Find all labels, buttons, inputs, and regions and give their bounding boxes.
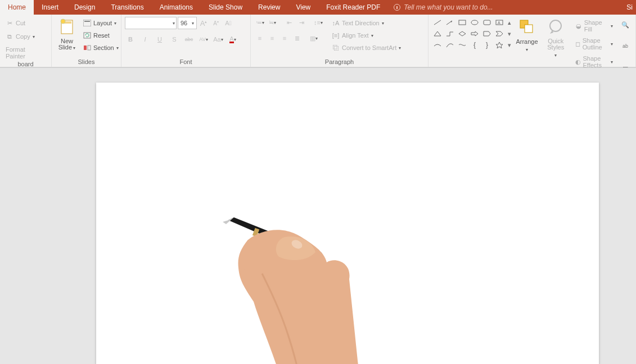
tab-review[interactable]: Review xyxy=(250,0,288,15)
align-right-icon: ≡ xyxy=(283,35,286,42)
columns-icon: ▥ xyxy=(310,35,315,42)
diamond-shape-icon[interactable] xyxy=(457,30,468,38)
textbox-shape-icon[interactable]: A xyxy=(494,19,505,26)
change-case-button[interactable]: Aa▾ xyxy=(213,34,224,45)
text-direction-label: Text Direction xyxy=(342,20,380,26)
tab-foxit[interactable]: Foxit Reader PDF xyxy=(318,0,388,15)
bold-button[interactable]: B xyxy=(125,34,136,45)
gallery-down-icon[interactable]: ▾ xyxy=(506,28,513,39)
tab-transitions[interactable]: Transitions xyxy=(103,0,151,15)
strikethrough-button[interactable]: abc xyxy=(183,34,195,45)
group-clipboard: ✂ Cut ⧉ Copy ▾ Format Painter board xyxy=(0,15,52,67)
oval-shape-icon[interactable] xyxy=(469,19,480,26)
font-family-select[interactable]: ▾ xyxy=(125,17,177,29)
new-slide-label: New Slide ▾ xyxy=(57,38,76,51)
columns-button[interactable]: ▥▾ xyxy=(308,33,319,44)
layout-icon xyxy=(83,19,91,27)
text-shadow-button[interactable]: S xyxy=(169,34,180,45)
grow-font-button[interactable]: A▴ xyxy=(198,17,209,29)
share-button[interactable]: Si xyxy=(623,0,636,15)
tell-me-search[interactable]: Tell me what you want to do... xyxy=(388,0,498,15)
arrow-shape-icon[interactable] xyxy=(444,19,455,26)
text-direction-button[interactable]: ↕A Text Direction▾ xyxy=(330,18,403,28)
shape-effects-label: Shape Effects xyxy=(583,55,609,69)
shape-fill-button[interactable]: ◒ Shape Fill▾ xyxy=(573,18,616,34)
connector-shape-icon[interactable] xyxy=(432,41,443,49)
text-direction-icon: ↕A xyxy=(332,19,340,27)
slide-canvas-area[interactable] xyxy=(0,67,636,364)
svg-text:A: A xyxy=(498,21,500,25)
clear-format-button[interactable]: A⃠ xyxy=(223,17,234,29)
numbering-icon: ≒ xyxy=(269,19,274,26)
align-right-button[interactable]: ≡ xyxy=(279,33,290,44)
arrange-button[interactable]: Arrange ▾ xyxy=(515,17,539,53)
arrow-right-shape-icon[interactable] xyxy=(469,30,480,38)
reset-label: Reset xyxy=(93,32,110,39)
arrange-label: Arrange xyxy=(516,38,538,45)
align-left-icon: ≡ xyxy=(258,35,261,42)
line-shape-icon[interactable] xyxy=(432,19,443,26)
gallery-more-icon[interactable]: ▾ xyxy=(506,39,513,51)
star-shape-icon[interactable] xyxy=(494,41,505,49)
copy-button[interactable]: ⧉ Copy ▾ xyxy=(3,31,48,42)
decrease-indent-button[interactable]: ⇤ xyxy=(283,17,295,28)
arrange-icon xyxy=(518,18,536,36)
svg-rect-13 xyxy=(484,20,490,25)
tab-slideshow[interactable]: Slide Show xyxy=(201,0,250,15)
smartart-icon: ⿻ xyxy=(332,44,340,52)
roundrect-shape-icon[interactable] xyxy=(481,19,493,26)
section-button[interactable]: Section▾ xyxy=(81,43,121,53)
numbering-button[interactable]: ≒▾ xyxy=(267,17,278,28)
format-painter-button[interactable]: Format Painter xyxy=(3,45,48,61)
new-slide-icon xyxy=(58,18,76,36)
elbow-shape-icon[interactable] xyxy=(444,30,455,38)
increase-indent-button[interactable]: ⇥ xyxy=(296,17,307,28)
quick-styles-button[interactable]: Quick Styles ▾ xyxy=(541,17,571,59)
find-button[interactable]: 🔍 xyxy=(620,19,631,30)
shapes-gallery[interactable]: A ▴ ▾ { } xyxy=(432,17,513,51)
smartart-button[interactable]: ⿻ Convert to SmartArt▾ xyxy=(330,43,403,53)
triangle-shape-icon[interactable] xyxy=(432,30,443,38)
line-spacing-icon: ↕≡ xyxy=(314,19,321,26)
brace2-shape-icon[interactable]: } xyxy=(481,41,493,49)
paragraph-group-label: Paragraph xyxy=(251,58,428,67)
font-color-button[interactable]: A▾ xyxy=(227,34,238,45)
svg-point-12 xyxy=(471,20,478,25)
align-left-button[interactable]: ≡ xyxy=(254,33,265,44)
brace-shape-icon[interactable]: { xyxy=(469,41,480,49)
cut-button[interactable]: ✂ Cut xyxy=(3,18,48,28)
font-size-select[interactable]: 96▾ xyxy=(178,17,197,29)
new-slide-button[interactable]: New Slide ▾ xyxy=(55,17,79,52)
underline-button[interactable]: U xyxy=(154,34,165,45)
layout-button[interactable]: Layout▾ xyxy=(81,18,121,28)
bullets-button[interactable]: ≔▾ xyxy=(254,17,265,28)
align-text-button[interactable]: [≡] Align Text▾ xyxy=(330,30,403,40)
tab-view[interactable]: View xyxy=(288,0,318,15)
gallery-up-icon[interactable]: ▴ xyxy=(506,17,513,28)
tab-home[interactable]: Home xyxy=(0,0,34,15)
ribbon-tabs: Home Insert Design Transitions Animation… xyxy=(0,0,636,15)
reset-button[interactable]: Reset xyxy=(81,30,121,40)
svg-marker-21 xyxy=(496,42,503,48)
tab-design[interactable]: Design xyxy=(66,0,103,15)
tab-animations[interactable]: Animations xyxy=(152,0,201,15)
shape-outline-button[interactable]: ◻ Shape Outline▾ xyxy=(573,36,616,52)
align-center-button[interactable]: ≡ xyxy=(267,33,278,44)
svg-marker-17 xyxy=(459,31,466,36)
rect-shape-icon[interactable] xyxy=(457,19,468,26)
shrink-font-button[interactable]: A▾ xyxy=(210,17,222,29)
italic-button[interactable]: I xyxy=(139,34,151,45)
pentagon-shape-icon[interactable] xyxy=(481,30,493,38)
outdent-icon: ⇤ xyxy=(287,19,292,26)
justify-button[interactable]: ≣ xyxy=(291,33,303,44)
line-spacing-button[interactable]: ↕≡▾ xyxy=(313,17,324,28)
slide[interactable] xyxy=(96,83,599,364)
curve-shape-icon[interactable] xyxy=(457,41,468,49)
replace-button[interactable]: ab xyxy=(620,40,631,52)
reset-icon xyxy=(83,31,91,39)
svg-rect-4 xyxy=(84,21,90,22)
tab-insert[interactable]: Insert xyxy=(34,0,66,15)
chevron-shape-icon[interactable] xyxy=(494,30,505,38)
char-spacing-button[interactable]: AV▾ xyxy=(198,34,209,45)
arc-shape-icon[interactable] xyxy=(444,41,455,49)
